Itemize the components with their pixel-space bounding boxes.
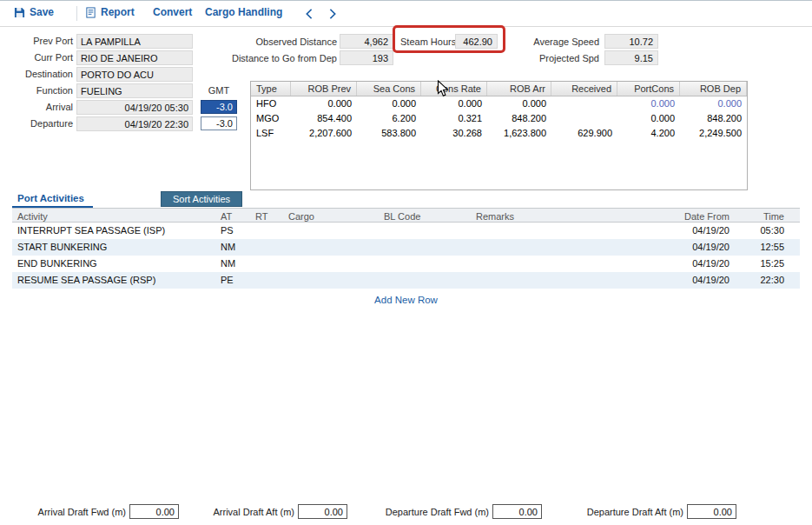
tab-port-activities[interactable]: Port Activities: [12, 191, 93, 208]
activities-header-date-from: Date From: [655, 209, 735, 222]
activity-cell-rt: [250, 256, 283, 272]
activity-row[interactable]: INTERRUPT SEA PASSAGE (ISP) PS 04/19/20 …: [12, 223, 800, 239]
steam-hours-label: Steam Hours: [400, 37, 456, 47]
report-label: Report: [101, 6, 135, 18]
cargo-handling-label: Cargo Handling: [205, 6, 282, 18]
report-icon: [85, 7, 96, 18]
activity-cell-cargo: [283, 223, 379, 239]
rob-row-mgo[interactable]: MGO 854.400 6.200 0.321 848.200 0.000 84…: [251, 111, 747, 126]
arrival-draft-aft-label: Arrival Draft Aft (m): [195, 507, 294, 517]
chevron-left-icon: [305, 8, 314, 20]
rob-header-cons-rate: Cons Rate: [421, 82, 487, 96]
rob-cell-port-cons: 0.000: [617, 96, 680, 111]
activity-row[interactable]: RESUME SEA PASSAGE (RSP) PE 04/19/20 22:…: [12, 272, 800, 289]
rob-cell-rob-prev: 0.000: [291, 96, 357, 111]
rob-table: Type ROB Prev Sea Cons Cons Rate ROB Arr…: [250, 81, 748, 190]
average-speed-field: 10.72: [604, 34, 658, 49]
activities-header-bl-code: BL Code: [379, 209, 471, 222]
destination-field[interactable]: PORTO DO ACU: [76, 67, 193, 82]
activity-cell-time: 05:30: [735, 223, 795, 239]
arrival-draft-fwd-label: Arrival Draft Fwd (m): [24, 507, 126, 517]
function-label: Function: [5, 85, 73, 96]
arrival-label: Arrival: [5, 102, 73, 112]
activity-cell-at: NM: [215, 239, 250, 256]
departure-draft-aft-input[interactable]: 0.00: [687, 504, 736, 519]
activity-row[interactable]: END BUNKERING NM 04/19/20 15:25: [12, 256, 800, 272]
activity-cell-remarks: [471, 256, 655, 272]
activity-cell-remarks: [471, 223, 655, 239]
rob-header-rob-arr: ROB Arr: [487, 82, 551, 96]
rob-cell-rob-dep: 2,249.500: [680, 126, 747, 141]
function-field[interactable]: FUELING: [76, 83, 193, 98]
rob-header-row: Type ROB Prev Sea Cons Cons Rate ROB Arr…: [251, 82, 747, 96]
rob-cell-type: LSF: [251, 126, 291, 141]
activity-cell-date-from: 04/19/20: [655, 256, 735, 272]
rob-cell-sea-cons: 6.200: [357, 111, 421, 126]
activity-cell-activity: END BUNKERING: [12, 256, 215, 272]
activities-header-time: Time: [735, 209, 795, 222]
rob-header-type: Type: [251, 82, 291, 96]
prev-port-label: Prev Port: [5, 36, 73, 46]
gmt-departure-input[interactable]: -3.0: [201, 116, 237, 130]
activities-table: Activity AT RT Cargo BL Code Remarks Dat…: [12, 208, 800, 305]
rob-cell-rob-arr: 848.200: [487, 111, 551, 126]
arrival-draft-fwd-input[interactable]: 0.00: [129, 504, 179, 519]
rob-cell-type: MGO: [251, 111, 291, 126]
save-button[interactable]: Save: [14, 6, 54, 18]
rob-header-rob-dep: ROB Dep: [680, 82, 747, 96]
prev-port-field[interactable]: LA PAMPILLA: [76, 34, 193, 49]
toolbar-divider: [76, 6, 77, 21]
rob-cell-cons-rate: 0.321: [421, 111, 487, 126]
rob-cell-received: 629.900: [551, 126, 617, 141]
distance-to-go-field: 193: [340, 50, 393, 65]
cargo-handling-button[interactable]: Cargo Handling: [205, 6, 282, 18]
activity-cell-at: PE: [215, 272, 250, 289]
rob-cell-rob-prev: 854.400: [291, 111, 357, 126]
rob-cell-received: [551, 96, 617, 111]
activity-cell-at: PS: [215, 223, 250, 239]
curr-port-field[interactable]: RIO DE JANEIRO: [76, 50, 193, 65]
activity-row[interactable]: START BUNKERING NM 04/19/20 12:55: [12, 239, 800, 256]
activities-header-row: Activity AT RT Cargo BL Code Remarks Dat…: [12, 208, 800, 223]
departure-field[interactable]: 04/19/20 22:30: [76, 116, 193, 131]
activity-cell-date-from: 04/19/20: [655, 223, 735, 239]
next-report-button[interactable]: [328, 8, 337, 23]
departure-draft-fwd-label: Departure Draft Fwd (m): [380, 507, 489, 517]
gmt-arrival-input[interactable]: -3.0: [201, 100, 237, 114]
rob-cell-rob-arr: 1,623.800: [487, 126, 551, 141]
activity-cell-date-from: 04/19/20: [655, 239, 735, 256]
sort-activities-button[interactable]: Sort Activities: [161, 191, 242, 207]
activity-cell-time: 12:55: [735, 239, 795, 256]
save-icon: [14, 7, 25, 18]
rob-cell-rob-prev: 2,207.600: [291, 126, 357, 141]
rob-header-rob-prev: ROB Prev: [291, 82, 357, 96]
departure-label: Departure: [5, 118, 73, 129]
add-new-row-link[interactable]: Add New Row: [12, 295, 800, 305]
rob-row-lsf[interactable]: LSF 2,207.600 583.800 30.268 1,623.800 6…: [251, 126, 747, 141]
save-label: Save: [30, 6, 54, 18]
activity-cell-remarks: [471, 272, 655, 289]
rob-cell-port-cons: 0.000: [617, 111, 680, 126]
activity-cell-rt: [250, 239, 283, 256]
departure-draft-aft-label: Departure Draft Aft (m): [576, 507, 683, 517]
average-speed-label: Average Speed: [511, 37, 599, 47]
rob-header-port-cons: PortCons: [617, 82, 680, 96]
departure-draft-fwd-input[interactable]: 0.00: [492, 504, 542, 519]
arrival-draft-aft-input[interactable]: 0.00: [298, 504, 347, 519]
activity-cell-bl-code: [379, 223, 471, 239]
rob-header-received: Received: [551, 82, 617, 96]
activities-header-cargo: Cargo: [283, 209, 379, 222]
rob-row-hfo[interactable]: HFO 0.000 0.000 0.000 0.000 0.000 0.000: [251, 96, 747, 111]
projected-speed-field: 9.15: [604, 50, 658, 65]
convert-button[interactable]: Convert: [153, 6, 192, 18]
activity-cell-activity: START BUNKERING: [12, 239, 215, 256]
arrival-field[interactable]: 04/19/20 05:30: [76, 100, 193, 115]
rob-cell-cons-rate: 30.268: [421, 126, 487, 141]
rob-cell-received: [551, 111, 617, 126]
observed-distance-label: Observed Distance: [234, 37, 337, 47]
report-button[interactable]: Report: [85, 6, 135, 18]
prev-report-button[interactable]: [305, 8, 314, 23]
activity-cell-remarks: [471, 239, 655, 256]
activity-cell-rt: [250, 223, 283, 239]
rob-cell-cons-rate: 0.000: [421, 96, 487, 111]
